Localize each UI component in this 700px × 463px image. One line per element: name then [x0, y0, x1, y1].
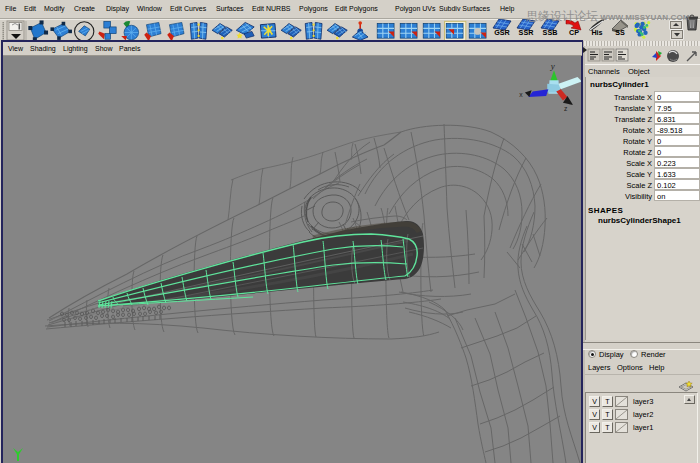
svg-text:CP: CP — [569, 28, 579, 37]
svg-text:His: His — [591, 28, 602, 37]
svg-text:SS: SS — [615, 28, 625, 37]
svg-text:GSR: GSR — [494, 28, 510, 37]
svg-text:z: z — [564, 105, 568, 112]
svg-text:x: x — [519, 91, 523, 98]
svg-text:SSR: SSR — [519, 28, 535, 37]
svg-text:SSB: SSB — [543, 28, 558, 37]
svg-text:y: y — [550, 61, 555, 71]
